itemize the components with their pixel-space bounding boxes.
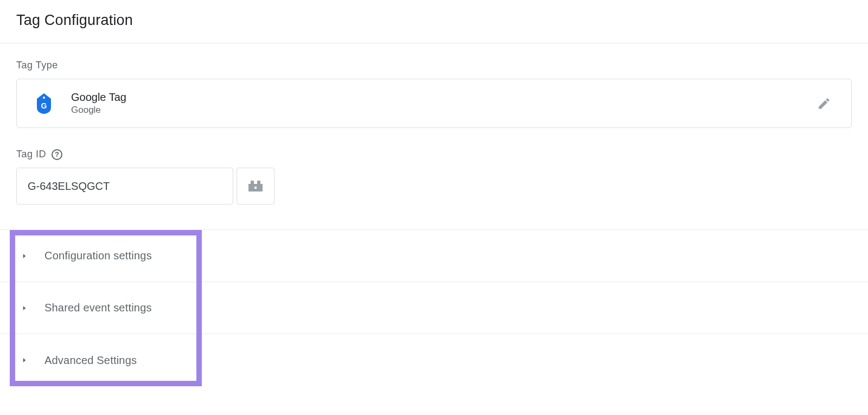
pencil-icon <box>817 97 831 111</box>
chevron-right-icon <box>21 252 28 260</box>
tag-id-section: Tag ID ? <box>0 133 868 205</box>
tag-id-row <box>16 168 852 205</box>
header-bar: Tag Configuration <box>0 0 868 43</box>
svg-text:G: G <box>41 101 47 110</box>
svg-rect-5 <box>254 187 257 189</box>
chevron-right-icon <box>21 356 28 364</box>
tag-type-section: Tag Type G Google Tag Google <box>0 43 868 128</box>
tag-id-label-row: Tag ID ? <box>16 149 852 160</box>
svg-rect-3 <box>251 181 254 184</box>
accordion-label: Configuration settings <box>44 250 152 262</box>
insert-variable-button[interactable] <box>237 168 275 205</box>
tag-id-input[interactable] <box>16 168 233 205</box>
accordion-panel: Configuration settings Shared event sett… <box>0 230 868 386</box>
page-title: Tag Configuration <box>16 12 852 29</box>
accordion-label: Advanced Settings <box>44 354 137 367</box>
tag-id-label: Tag ID <box>16 149 46 160</box>
tag-type-label-row: Tag Type <box>16 60 852 71</box>
accordion-configuration-settings[interactable]: Configuration settings <box>0 230 868 282</box>
google-tag-icon: G <box>32 92 56 115</box>
help-icon[interactable]: ? <box>52 149 62 160</box>
tag-type-card[interactable]: G Google Tag Google <box>16 79 852 128</box>
accordion-label: Shared event settings <box>44 302 152 314</box>
tag-type-label: Tag Type <box>16 60 58 71</box>
svg-point-0 <box>43 97 45 99</box>
tag-type-name: Google Tag <box>71 91 797 104</box>
accordion-shared-event-settings[interactable]: Shared event settings <box>0 282 868 334</box>
chevron-right-icon <box>21 304 28 312</box>
svg-rect-4 <box>257 181 260 184</box>
tag-type-info: Google Tag Google <box>71 91 797 116</box>
accordion-advanced-settings[interactable]: Advanced Settings <box>0 334 868 386</box>
edit-tag-type-button[interactable] <box>812 92 836 116</box>
variable-brick-icon <box>247 180 264 193</box>
tag-type-vendor: Google <box>71 105 797 116</box>
